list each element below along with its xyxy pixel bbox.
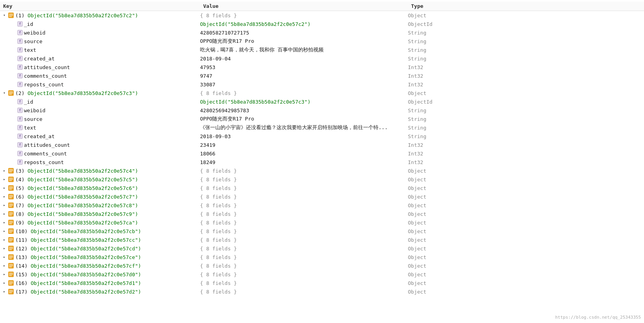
svg-text:f: f xyxy=(19,152,21,155)
key-text: source xyxy=(24,116,42,122)
expand-icon[interactable]: ▸ xyxy=(2,228,7,234)
key-text: (2) ObjectId("5b8ea7d835b50a2f2c0e57c3") xyxy=(15,90,138,96)
svg-text:f: f xyxy=(19,100,21,104)
table-row: f attitudes_count23419Int32 xyxy=(0,141,644,149)
row-type: Int32 xyxy=(408,73,644,79)
table-row: ▸ (10) ObjectId("5b8ea7d835b50a2f2c0e57c… xyxy=(0,227,644,235)
field-icon: f xyxy=(17,21,23,27)
row-value: { 8 fields } xyxy=(200,228,408,234)
expand-icon[interactable]: ▸ xyxy=(2,272,7,277)
key-text: (13) ObjectId("5b8ea7d835b50a2f2c0e57ce"… xyxy=(15,254,141,260)
expand-placeholder xyxy=(11,30,16,35)
expand-icon[interactable]: ▸ xyxy=(2,220,7,225)
row-value: { 8 fields } xyxy=(200,272,408,277)
row-key: f created_at xyxy=(0,56,200,62)
document-icon xyxy=(8,211,14,217)
svg-text:f: f xyxy=(19,143,21,147)
expand-placeholder xyxy=(11,116,16,122)
row-type: Object xyxy=(408,13,644,18)
row-value: { 8 fields } xyxy=(200,90,408,96)
row-type: Int32 xyxy=(408,64,644,70)
expand-icon[interactable]: ▸ xyxy=(2,194,7,199)
key-text: reposts_count xyxy=(24,159,64,165)
key-text: (12) ObjectId("5b8ea7d835b50a2f2c0e57cd"… xyxy=(15,246,141,252)
row-value: { 8 fields } xyxy=(200,220,408,226)
row-type: ObjectId xyxy=(408,99,644,105)
expand-icon[interactable]: ▸ xyxy=(2,237,7,243)
row-key: f _id xyxy=(0,99,200,105)
expand-icon[interactable]: ▸ xyxy=(2,289,7,294)
key-text: (9) ObjectId("5b8ea7d835b50a2f2c0e57ca") xyxy=(15,220,138,226)
row-key: ▸ (14) ObjectId("5b8ea7d835b50a2f2c0e57c… xyxy=(0,263,200,269)
key-text: (8) ObjectId("5b8ea7d835b50a2f2c0e57c9") xyxy=(15,211,138,217)
table-row: f comments_count18066Int32 xyxy=(0,149,644,158)
expand-icon[interactable]: ▸ xyxy=(2,254,7,260)
row-key: ▸ (10) ObjectId("5b8ea7d835b50a2f2c0e57c… xyxy=(0,228,200,234)
key-text: (17) ObjectId("5b8ea7d835b50a2f2c0e57d2"… xyxy=(15,289,141,295)
row-value: 吃火锅，喝7喜，就今天，我和你 百事中国的秒拍视频 xyxy=(200,46,408,53)
table-row: f _idObjectId("5b8ea7d835b50a2f2c0e57c2"… xyxy=(0,20,644,28)
document-icon xyxy=(8,271,14,277)
field-icon: f xyxy=(17,73,23,78)
row-value: { 8 fields } xyxy=(200,13,408,18)
row-value: 33087 xyxy=(200,82,408,88)
row-value: { 8 fields } xyxy=(200,263,408,269)
table-row: ▸ (16) ObjectId("5b8ea7d835b50a2f2c0e57d… xyxy=(0,279,644,287)
svg-text:f: f xyxy=(19,117,21,121)
key-text: weiboid xyxy=(24,30,45,36)
svg-text:f: f xyxy=(19,31,21,35)
key-text: attitudes_count xyxy=(24,64,70,70)
expand-icon[interactable]: ▸ xyxy=(2,280,7,286)
key-text: created_at xyxy=(24,56,55,62)
collapse-icon[interactable]: ▾ xyxy=(2,90,7,96)
expand-icon[interactable]: ▸ xyxy=(2,246,7,251)
row-key: ▸ (12) ObjectId("5b8ea7d835b50a2f2c0e57c… xyxy=(0,245,200,252)
row-type: ObjectId xyxy=(408,21,644,27)
document-icon xyxy=(8,176,14,182)
row-value: 4280582710727175 xyxy=(200,30,408,36)
expand-icon[interactable]: ▸ xyxy=(2,185,7,191)
key-text: created_at xyxy=(24,133,55,139)
key-text: reposts_count xyxy=(24,82,64,88)
document-icon xyxy=(8,263,14,269)
table-row: f _idObjectId("5b8ea7d835b50a2f2c0e57c3"… xyxy=(0,97,644,106)
table-row: ▸ (13) ObjectId("5b8ea7d835b50a2f2c0e57c… xyxy=(0,253,644,261)
row-key: f source xyxy=(0,38,200,44)
field-icon: f xyxy=(17,99,23,104)
table-row: ▾ (2) ObjectId("5b8ea7d835b50a2f2c0e57c3… xyxy=(0,89,644,97)
row-type: Object xyxy=(408,203,644,208)
table-row: ▸ (6) ObjectId("5b8ea7d835b50a2f2c0e57c7… xyxy=(0,192,644,201)
row-type: String xyxy=(408,125,644,131)
expand-icon[interactable]: ▸ xyxy=(2,211,7,217)
key-text: comments_count xyxy=(24,151,67,157)
document-icon xyxy=(8,168,14,174)
row-key: f comments_count xyxy=(0,73,200,79)
expand-icon[interactable]: ▸ xyxy=(2,203,7,208)
collapse-icon[interactable]: ▾ xyxy=(2,13,7,18)
field-icon: f xyxy=(17,142,23,148)
svg-text:f: f xyxy=(19,135,21,138)
expand-icon[interactable]: ▸ xyxy=(2,168,7,173)
field-icon: f xyxy=(17,116,23,122)
expand-icon[interactable]: ▸ xyxy=(2,263,7,268)
key-text: comments_count xyxy=(24,73,67,79)
key-text: (11) ObjectId("5b8ea7d835b50a2f2c0e57cc"… xyxy=(15,237,141,243)
expand-icon[interactable]: ▸ xyxy=(2,177,7,182)
table-row: f comments_count9747Int32 xyxy=(0,71,644,80)
field-icon: f xyxy=(17,30,23,35)
table-row: f created_at2018-09-03String xyxy=(0,132,644,141)
document-icon xyxy=(8,90,14,96)
svg-text:f: f xyxy=(19,109,21,112)
row-key: f attitudes_count xyxy=(0,142,200,148)
key-text: (5) ObjectId("5b8ea7d835b50a2f2c0e57c6") xyxy=(15,185,138,191)
svg-text:f: f xyxy=(19,57,21,60)
key-text: _id xyxy=(24,99,33,105)
expand-placeholder xyxy=(11,82,16,87)
row-value: { 8 fields } xyxy=(200,280,408,286)
row-key: f text xyxy=(0,125,200,131)
row-value: 23419 xyxy=(200,142,408,148)
row-type: String xyxy=(408,116,644,122)
svg-text:f: f xyxy=(19,66,21,69)
row-value: { 8 fields } xyxy=(200,254,408,260)
table-row: f sourceOPPO随光而变R17 ProString xyxy=(0,37,644,46)
